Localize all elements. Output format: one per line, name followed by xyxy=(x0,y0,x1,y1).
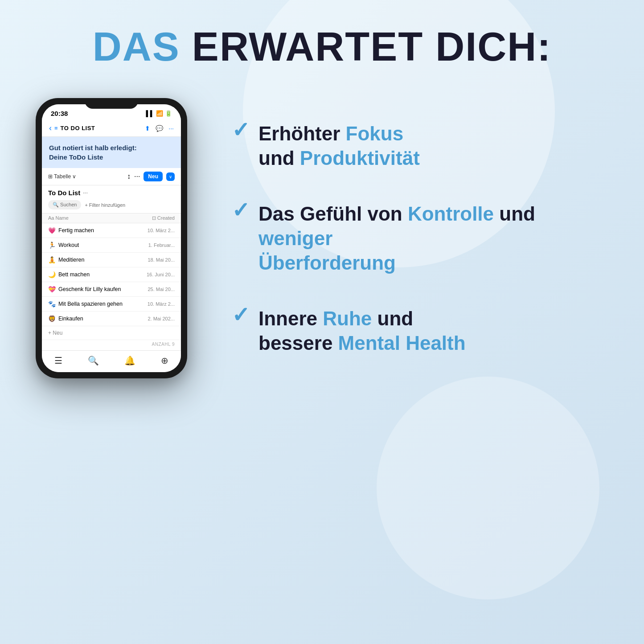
main-content: 20:38 ▌▌ 📶 🔋 ‹ ≡ TO DO LIST xyxy=(36,98,608,378)
count-row: ANZAHL 9 xyxy=(42,340,181,350)
accent-kontrolle: Kontrolle xyxy=(408,203,494,225)
feature-item-2: ✓ Das Gefühl von Kontrolle und wenigerÜb… xyxy=(232,201,608,275)
signal-icon: ▌▌ xyxy=(146,110,154,117)
feature-item-1: ✓ Erhöhter Fokusund Produktivität xyxy=(232,121,608,170)
checkmark-2: ✓ xyxy=(232,200,250,221)
phone-container: 20:38 ▌▌ 📶 🔋 ‹ ≡ TO DO LIST xyxy=(36,98,187,378)
toolbar: ⊞ Tabelle ∨ ↕ ··· Neu ∨ xyxy=(42,168,181,185)
toolbar-more[interactable]: ··· xyxy=(134,172,140,180)
nav-bell-icon[interactable]: 🔔 xyxy=(124,355,135,366)
battery-icon: 🔋 xyxy=(165,110,172,117)
phone-notch xyxy=(85,98,138,109)
main-title: DAS ERWARTET DICH: xyxy=(93,27,551,67)
table-label[interactable]: ⊞ Tabelle ∨ xyxy=(48,173,76,180)
todo-item: 🏃Workout 1. Februar... xyxy=(42,238,181,253)
search-bar: 🔍 Suchen + Filter hinzufügen xyxy=(42,198,181,213)
title-rest: ERWARTET DICH: xyxy=(180,25,551,69)
todo-list: 💗Fertig machen 10. März 2... 🏃Workout 1.… xyxy=(42,223,181,326)
comment-icon[interactable]: 💬 xyxy=(156,125,163,132)
checkmark-1: ✓ xyxy=(232,119,250,141)
list-icon: ≡ xyxy=(54,125,58,131)
nav-search-icon[interactable]: 🔍 xyxy=(88,355,99,366)
nav-list-icon[interactable]: ☰ xyxy=(54,355,62,366)
column-header: Aa Name ⊡ Created xyxy=(42,213,181,223)
search-pill[interactable]: 🔍 Suchen xyxy=(48,200,81,209)
wifi-icon: 📶 xyxy=(156,110,163,117)
add-new-label: + Neu xyxy=(48,330,62,336)
list-title-bar: To Do List ··· xyxy=(42,185,181,198)
more-icon[interactable]: ··· xyxy=(168,125,174,132)
app-nav: ‹ ≡ TO DO LIST ⬆ 💬 ··· xyxy=(42,120,181,137)
todo-item: 🐾Mit Bella spazieren gehen 10. März 2... xyxy=(42,297,181,312)
accent-ruhe: Ruhe xyxy=(323,308,372,329)
nav-title: TO DO LIST xyxy=(61,125,95,131)
new-chevron[interactable]: ∨ xyxy=(166,172,175,181)
app-header-section: Gut notiert ist halb erledigt: Deine ToD… xyxy=(42,137,181,168)
feature-text-2: Das Gefühl von Kontrolle und wenigerÜber… xyxy=(258,201,608,275)
nav-add-icon[interactable]: ⊕ xyxy=(161,355,168,366)
accent-weniger: wenigerÜberforderung xyxy=(258,227,396,274)
status-icons: ▌▌ 📶 🔋 xyxy=(146,110,172,117)
list-dots[interactable]: ··· xyxy=(83,189,88,196)
feature-item-3: ✓ Innere Ruhe undbessere Mental Health xyxy=(232,306,608,355)
title-highlight: DAS xyxy=(93,25,180,69)
accent-produktivitaet: Produktivität xyxy=(300,147,420,169)
features-list: ✓ Erhöhter Fokusund Produktivität ✓ Das … xyxy=(214,121,608,355)
count-label: ANZAHL xyxy=(152,342,171,347)
toolbar-left: ⊞ Tabelle ∨ xyxy=(48,173,76,180)
todo-item: 💗Fertig machen 10. März 2... xyxy=(42,223,181,238)
status-time: 20:38 xyxy=(51,110,68,117)
add-new-row[interactable]: + Neu xyxy=(42,326,181,340)
col-created-header: ⊡ Created xyxy=(152,215,175,221)
nav-right: ⬆ 💬 ··· xyxy=(145,125,174,132)
phone-mockup: 20:38 ▌▌ 📶 🔋 ‹ ≡ TO DO LIST xyxy=(36,98,187,378)
filter-button[interactable]: + Filter hinzufügen xyxy=(85,202,125,208)
accent-mental-health: Mental Health xyxy=(338,332,466,354)
feature-text-1: Erhöhter Fokusund Produktivität xyxy=(258,121,420,170)
new-button[interactable]: Neu xyxy=(144,172,163,181)
todo-item: 💝Geschenk für Lilly kaufen 25. Mai 20... xyxy=(42,282,181,297)
accent-fokus: Fokus xyxy=(346,123,404,144)
col-name-header: Aa Name xyxy=(48,215,69,221)
list-title: To Do List xyxy=(48,189,80,197)
toolbar-right: ↕ ··· Neu ∨ xyxy=(127,172,175,181)
sort-icon: ↕ xyxy=(127,172,131,180)
nav-left: ‹ ≡ TO DO LIST xyxy=(49,123,95,133)
feature-text-3: Innere Ruhe undbessere Mental Health xyxy=(258,306,466,355)
todo-item: 🧘Meditieren 18. Mai 20... xyxy=(42,253,181,267)
checkmark-3: ✓ xyxy=(232,304,250,326)
phone-screen: 20:38 ▌▌ 📶 🔋 ‹ ≡ TO DO LIST xyxy=(42,104,181,372)
count-value: 9 xyxy=(172,342,175,347)
share-icon[interactable]: ⬆ xyxy=(145,125,150,132)
app-bottom-nav: ☰ 🔍 🔔 ⊕ xyxy=(42,350,181,372)
back-icon[interactable]: ‹ xyxy=(49,123,52,133)
app-header-text: Gut notiert ist halb erledigt: Deine ToD… xyxy=(49,143,174,162)
todo-item: 🌙Bett machen 16. Juni 20... xyxy=(42,267,181,282)
todo-item: 🦁Einkaufen 2. Mai 202... xyxy=(42,312,181,326)
page-header: DAS ERWARTET DICH: xyxy=(93,27,551,67)
